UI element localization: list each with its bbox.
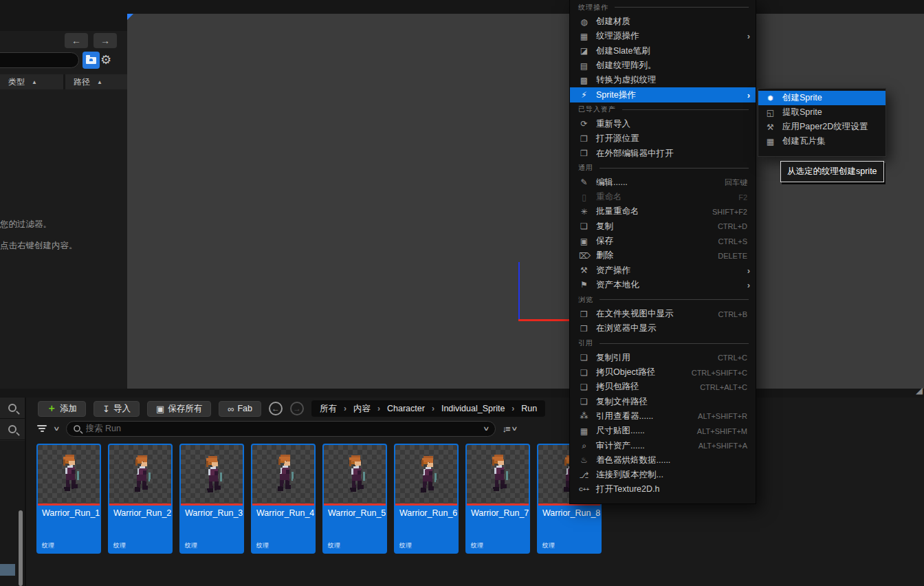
viewport-x-axis-line [518, 319, 569, 321]
column-header-type[interactable]: 类型▲ [0, 74, 63, 89]
menu-item[interactable]: ♨着色器烘焙数据...... [570, 453, 756, 468]
menu-item[interactable]: ◪创建Slate笔刷 [570, 44, 756, 58]
asset-tile[interactable]: Warrior_Run_4纹理 [251, 444, 316, 554]
breadcrumb-separator-icon: › [377, 404, 380, 413]
panel-search-input[interactable] [0, 53, 78, 67]
menu-item[interactable]: ◱提取Sprite [758, 105, 886, 120]
menu-item[interactable]: ✹创建Sprite [758, 91, 886, 105]
menu-item-label: 编辑...... [596, 177, 628, 188]
breadcrumb-item-所有[interactable]: 所有 [320, 403, 337, 415]
chevron-down-icon[interactable]: ∨ [483, 425, 490, 432]
sort-control[interactable]: ↓≡ ∨ [503, 424, 517, 434]
breadcrumb-item-内容[interactable]: 内容 [353, 403, 371, 415]
asset-tile-label-area: Warrior_Run_5纹理 [324, 506, 386, 552]
collapsed-search-button-top[interactable] [0, 398, 25, 419]
asset-type-label: 纹理 [471, 541, 525, 550]
menu-item[interactable]: ⚒应用Paper2D纹理设置 [758, 120, 886, 134]
sort-ascending-icon: ▲ [97, 79, 102, 85]
asset-tile[interactable]: Warrior_Run_5纹理 [322, 444, 387, 554]
breadcrumb-separator-icon: › [432, 404, 434, 413]
menu-item[interactable]: C++打开Texture2D.h [570, 482, 756, 497]
import-button[interactable]: ↧导入 [94, 401, 140, 417]
menu-item[interactable]: ❒在浏览器中显示 [570, 321, 756, 336]
breadcrumb-item-run[interactable]: Run [521, 404, 537, 413]
menu-item[interactable]: ❏复制文件路径 [570, 395, 756, 409]
asset-name: Warrior_Run_1 [42, 508, 96, 518]
asset-thumbnail [395, 445, 457, 503]
asset-search-input[interactable] [86, 424, 479, 433]
menu-item[interactable]: ⌕审计资产......ALT+SHIFT+A [570, 438, 756, 453]
menu-item-label: 打开源位置 [596, 133, 639, 144]
collapsed-selected-item[interactable] [0, 564, 15, 576]
menu-item[interactable]: ❒在文件夹视图中显示CTRL+B [570, 307, 756, 321]
menu-item[interactable]: ▣保存CTRL+S [570, 234, 756, 248]
menu-item[interactable]: ▦尺寸贴图......ALT+SHIFT+M [570, 424, 756, 438]
asset-tile[interactable]: Warrior_Run_2纹理 [108, 444, 173, 554]
panel-search-field[interactable] [0, 52, 79, 68]
menu-item[interactable]: ▦创建瓦片集 [758, 134, 886, 149]
menu-item[interactable]: ⚑资产本地化› [570, 278, 756, 292]
breadcrumb-item-individual_sprite[interactable]: Individual_Sprite [441, 404, 505, 413]
collapsed-search-button-bottom[interactable] [0, 419, 25, 440]
menu-item[interactable]: ⁂引用查看器......ALT+SHIFT+R [570, 409, 756, 424]
menu-item[interactable]: ▩转换为虚拟纹理 [570, 73, 756, 87]
column-header-path[interactable]: 路径▲ [65, 74, 127, 89]
menu-item[interactable]: ❏复制CTRL+D [570, 219, 756, 234]
history-forward-button[interactable]: → [94, 33, 117, 48]
warrior-sprite-image [411, 453, 443, 497]
history-back-button[interactable]: ← [65, 33, 88, 48]
virtual-texture-icon: ▩ [579, 76, 589, 85]
menu-item[interactable]: ▦纹理源操作› [570, 29, 756, 43]
asset-tile[interactable]: Warrior_Run_6纹理 [394, 444, 459, 554]
menu-item[interactable]: ✎编辑......回车键 [570, 175, 756, 190]
filter-funnel-icon[interactable] [36, 425, 47, 432]
menu-item[interactable]: ⎇连接到版本控制... [570, 468, 756, 482]
menu-item[interactable]: ▤创建纹理阵列。 [570, 58, 756, 73]
menu-item[interactable]: ◍创建材质 [570, 14, 756, 29]
menu-item[interactable]: ❏复制引用CTRL+C [570, 351, 756, 365]
breadcrumb-forward-button[interactable]: → [290, 402, 304, 415]
menu-item-label: 创建Slate笔刷 [596, 45, 650, 57]
menu-item-shortcut: F2 [738, 193, 747, 202]
menu-section-header-label: 纹理操作 [578, 3, 608, 12]
menu-item-label: 在外部编辑器中打开 [596, 148, 674, 160]
asset-tile[interactable]: Warrior_Run_7纹理 [465, 444, 530, 554]
menu-item[interactable]: ❐打开源位置 [570, 131, 756, 146]
menu-item[interactable]: ⚒资产操作› [570, 263, 756, 277]
folder-filter-button[interactable] [82, 52, 100, 69]
fab-button[interactable]: ∞Fab [219, 401, 261, 417]
asset-tile-label-area: Warrior_Run_2纹理 [109, 506, 171, 552]
breadcrumb-item-character[interactable]: Character [387, 404, 425, 413]
menu-item[interactable]: ⌦删除DELETE [570, 248, 756, 263]
resize-grip-icon[interactable]: ◢ [916, 385, 923, 395]
menu-item-label: 重命名 [596, 191, 622, 203]
asset-tile[interactable]: Warrior_Run_1纹理 [36, 444, 101, 554]
audit-icon: ⌕ [579, 441, 589, 451]
menu-item[interactable]: ▯重命名F2 [570, 190, 756, 204]
level-viewport[interactable]: ◢ [127, 14, 924, 389]
section-divider [615, 7, 749, 8]
menu-section-header: 引用 [570, 336, 756, 351]
menu-item[interactable]: ⚡Sprite操作› [570, 87, 756, 102]
gear-icon[interactable]: ⚙ [100, 52, 111, 67]
menu-item[interactable]: ⟳重新导入 [570, 117, 756, 131]
asset-search-field[interactable]: ∨ [66, 421, 496, 437]
warrior-sprite-image [197, 453, 228, 497]
menu-item-label: 打开Texture2D.h [596, 484, 659, 495]
menu-item[interactable]: ✳批量重命名SHIFT+F2 [570, 204, 756, 219]
empty-hint-line-1: 您的过滤器。 [0, 219, 52, 230]
section-divider [622, 109, 749, 110]
asset-name: Warrior_Run_8 [542, 508, 596, 518]
asset-tile[interactable]: Warrior_Run_3纹理 [179, 444, 244, 554]
asset-thumbnail [467, 445, 529, 503]
menu-item-label: Sprite操作 [596, 89, 636, 101]
menu-item[interactable]: ❏拷贝Object路径CTRL+SHIFT+C [570, 365, 756, 380]
breadcrumb-back-button[interactable]: ← [269, 402, 283, 415]
save-all-button[interactable]: ▣保存所有 [147, 401, 211, 417]
asset-name: Warrior_Run_7 [471, 508, 525, 518]
menu-item[interactable]: ❐在外部编辑器中打开 [570, 146, 756, 160]
add-button[interactable]: ＋添加 [38, 401, 86, 417]
vertical-scrollbar[interactable] [19, 510, 23, 586]
chevron-down-icon[interactable]: ∨ [53, 425, 60, 432]
menu-item[interactable]: ❏拷贝包路径CTRL+ALT+C [570, 380, 756, 394]
